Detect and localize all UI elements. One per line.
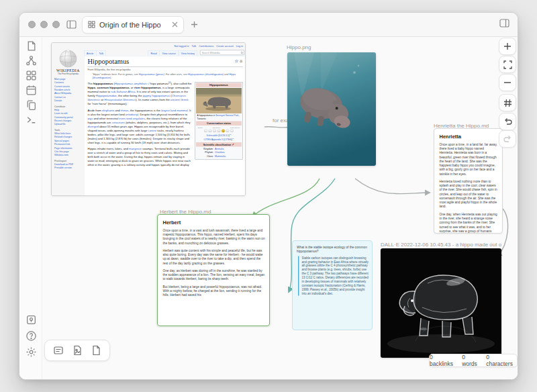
add-note-button[interactable] [91, 345, 101, 356]
add-card-button[interactable] [53, 345, 64, 356]
wiki-page-tab[interactable]: Talk [96, 50, 106, 56]
classification-rows: Kingdom:AnimaliaPhylum:ChordataClass:Mam… [196, 146, 242, 158]
app-window: Origin of the Hippo [19, 12, 518, 380]
wikipedia-wordmark: WIKIPEDIA [54, 68, 82, 72]
classification-header: Scientific classification [203, 143, 231, 146]
edit-pencil-icon[interactable] [232, 143, 235, 146]
herbert-paragraph: Once upon a time, in a vast and lush sav… [163, 228, 266, 245]
new-tab-button[interactable] [191, 21, 198, 28]
wiki-infobox: Hippopotamus A hi [195, 82, 243, 160]
wiki-personal-link[interactable]: Contributions [199, 44, 213, 48]
titlebar: Origin of the Hippo [19, 13, 518, 37]
status-scale-label: Extinct [198, 127, 203, 129]
hippo-image-label: Hippo.png [287, 44, 375, 50]
canvas-file-icon [88, 21, 95, 28]
canvas[interactable]: for example Not logged inTalkContributio… [43, 38, 518, 380]
window-zoom-button[interactable] [52, 21, 60, 28]
wiki-nav-link[interactable]: Wikidata item [54, 154, 82, 157]
command-palette-icon[interactable] [26, 114, 37, 126]
herbert-note-card[interactable]: Herbert Once upon a time, in a vast and … [157, 214, 270, 326]
henrietta-paragraph: One day, when Henrietta was out playing … [440, 212, 499, 234]
infobox-hippo-photo[interactable] [196, 88, 242, 113]
henrietta-title: Henrietta [440, 134, 499, 140]
wiki-personal-link[interactable]: Create account [216, 44, 233, 48]
wiki-search-input[interactable] [200, 50, 244, 56]
wiki-page-tab[interactable]: Article [84, 50, 96, 56]
wiki-view-tab[interactable]: Read [148, 50, 160, 56]
wiki-from-line: From Wikipedia, the free encyclopedia [88, 68, 243, 71]
hippo-image-card[interactable] [287, 52, 376, 166]
wiki-view-tab[interactable]: View history [179, 50, 197, 56]
status-scale: EXEWCRENVUNTLC [196, 129, 242, 134]
settings-gear-icon[interactable] [26, 346, 37, 358]
add-media-button[interactable] [72, 345, 83, 356]
cites-line: CITES Appendix II (CITES)[3] [196, 138, 242, 142]
wikipedia-tagline: The Free Encyclopedia [54, 73, 82, 75]
zoom-out-button[interactable] [499, 74, 516, 91]
status-scale-label: Threatened [213, 127, 221, 129]
tab-close-icon[interactable] [172, 21, 178, 28]
henrietta-note-card[interactable]: Henrietta Once upon a time, in a land fa… [434, 128, 503, 234]
window-close-button[interactable] [28, 21, 36, 28]
redo-button[interactable] [499, 130, 516, 148]
status-scale-label: Least concern [230, 127, 240, 129]
canvas-icon[interactable] [26, 70, 37, 81]
question-card[interactable]: What is the stable isotope ecology of th… [292, 240, 373, 330]
classification-row: Class:Mammalia [197, 154, 240, 158]
wiki-personal-link[interactable]: Not logged in [174, 44, 189, 48]
wiki-personal-links: Not logged inTalkContributionsCreate acc… [52, 43, 246, 49]
daily-note-icon[interactable] [26, 85, 37, 96]
glass-hippo-photo [381, 248, 501, 358]
wiki-page-tabs: ArticleTalk [84, 50, 106, 56]
wikipedia-logo[interactable] [59, 50, 77, 68]
zoom-in-button[interactable] [499, 38, 516, 55]
wiki-personal-link[interactable]: Log in [236, 44, 243, 48]
character-count: 0 characters [486, 354, 517, 367]
wiki-view-tab[interactable]: View source [159, 50, 178, 56]
templates-icon[interactable] [26, 99, 37, 111]
wiki-nav-tools: What links hereRelated changesSpecial pa… [54, 132, 82, 157]
wiki-article-title: Hippopotamus [88, 58, 236, 66]
quick-switcher-icon[interactable] [26, 40, 37, 52]
herbert-paragraph: But Herbert, being a large and powerful … [163, 285, 266, 297]
henrietta-paragraph: Henrietta loved nothing more than to spl… [440, 179, 499, 209]
page-lock-icon [240, 60, 243, 63]
wiki-nav-header: Tools [54, 129, 82, 132]
wiki-personal-link[interactable]: Talk [192, 44, 197, 48]
herbert-title: Herbert [163, 219, 266, 226]
search-magnifier-icon[interactable] [241, 52, 244, 54]
left-ribbon [19, 38, 42, 379]
status-bar: 0 backlinks 0 words 0 characters [429, 354, 518, 367]
graph-view-icon[interactable] [26, 55, 37, 66]
status-dot: EW [209, 130, 212, 133]
wiki-nav-link[interactable]: Donate [54, 99, 82, 103]
right-sidebar-toggle-icon[interactable] [499, 19, 509, 28]
herbert-paragraph: One day, as Herbert was dozing off in th… [163, 268, 266, 281]
wiki-nav-contribute: HelpLearn to editCommunity portalRecent … [54, 108, 82, 126]
question-quote: Stable carbon isotopes can distinguish b… [298, 256, 369, 295]
herbert-paragraph: Herbert was quite content with his simpl… [163, 248, 266, 265]
left-sidebar-toggle-icon[interactable] [66, 20, 77, 29]
watch-star-icon[interactable] [235, 60, 238, 63]
wikipedia-embed-card[interactable]: Not logged inTalkContributionsCreate acc… [51, 42, 246, 196]
traffic-lights [28, 21, 60, 28]
hippo-underwater-photo [287, 52, 376, 166]
undo-button[interactable] [499, 113, 516, 130]
snap-grid-button[interactable] [499, 94, 516, 111]
help-icon[interactable] [26, 330, 37, 342]
dalle-image-card[interactable] [381, 248, 501, 358]
status-dot: NT [226, 130, 230, 133]
tab-origin-of-the-hippo[interactable]: Origin of the Hippo [82, 16, 184, 34]
wiki-nav-main: Main pageContentsCurrent eventsRandom ar… [54, 77, 82, 103]
infobox-caption: A hippopotamus in Serengeti National Par… [196, 113, 242, 120]
word-count: 0 words [462, 354, 481, 367]
zoom-to-fit-button[interactable] [499, 56, 516, 73]
vault-switcher-icon[interactable] [26, 314, 37, 326]
status-dot: VU [222, 130, 225, 133]
wiki-nav-link[interactable]: Upload file [54, 123, 82, 126]
henrietta-paragraph: Once upon a time, in a land far, far awa… [440, 142, 499, 176]
wiki-nav-link[interactable]: Printable version [54, 166, 82, 169]
status-dot: EX [204, 130, 207, 133]
wiki-view-tabs: ReadView sourceView history [148, 50, 197, 56]
window-minimize-button[interactable] [40, 21, 48, 28]
